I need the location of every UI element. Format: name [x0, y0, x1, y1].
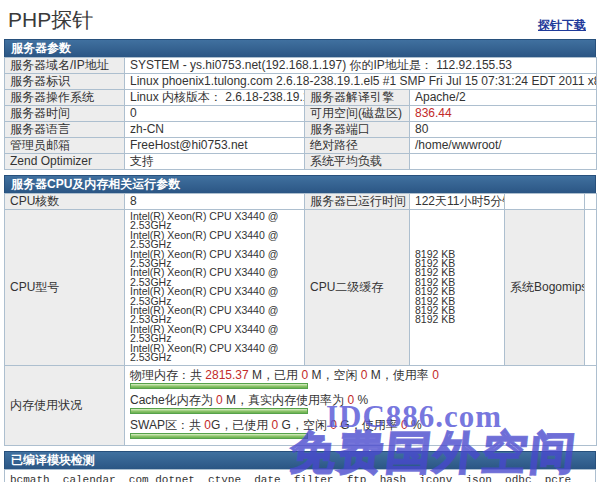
server-engine-value: Apache/2	[410, 90, 597, 106]
server-lang-value: zh-CN	[125, 122, 305, 138]
table-row: 管理员邮箱 FreeHost@hi0753.net 绝对路径 /home/www…	[5, 138, 597, 154]
page-title: PHP探针	[8, 6, 93, 34]
table-row: Zend Optimizer 支持 系统平均负载	[5, 154, 597, 170]
cpu-cores-label: CPU核数	[5, 194, 125, 210]
table-row: CPU核数 8 服务器已运行时间 122天11小时5分钟	[5, 194, 597, 210]
swap-line: SWAP区：共 0G，已使用 0 G，空闲 0 G，使用率 0 %	[130, 418, 591, 432]
server-zend-value: 支持	[125, 154, 305, 170]
physical-memory-bar	[130, 383, 308, 389]
compiled-modules-list: bcmath calendar com_dotnet ctype date fi…	[4, 469, 596, 482]
table-row: 内存使用状况 物理内存：共 2815.37 M，已用 0 M，空闲 0 M，使用…	[5, 365, 597, 445]
table-row: 服务器时间 0 可用空间(磁盘区) 836.44	[5, 106, 597, 122]
server-os-label: 服务器操作系统	[5, 90, 125, 106]
section-header-server-params: 服务器参数	[4, 39, 596, 57]
server-zend-label: Zend Optimizer	[5, 154, 125, 170]
server-mail-value: FreeHost@hi0753.net	[125, 138, 305, 154]
top-bar: PHP探针 探针下载	[4, 3, 596, 39]
server-disk-value: 836.44	[410, 106, 597, 122]
server-ident-value: Linux phoenix1.tulong.com 2.6.18-238.19.…	[125, 74, 597, 90]
page: PHP探针 探针下载 服务器参数 服务器域名/IP地址 SYSTEM - ys.…	[0, 0, 600, 482]
server-time-label: 服务器时间	[5, 106, 125, 122]
server-params-table: 服务器域名/IP地址 SYSTEM - ys.hi0753.net(192.16…	[4, 57, 597, 170]
table-row: 服务器语言 zh-CN 服务器端口 80	[5, 122, 597, 138]
server-os-value: Linux 内核版本： 2.6.18-238.19.1.el5	[125, 90, 305, 106]
empty-cell	[585, 194, 597, 210]
server-port-value: 80	[410, 122, 597, 138]
cache-memory-bar	[130, 408, 308, 414]
server-domain-value: SYSTEM - ys.hi0753.net(192.168.1.197) 你的…	[125, 58, 597, 74]
table-row: 服务器域名/IP地址 SYSTEM - ys.hi0753.net(192.16…	[5, 58, 597, 74]
cpu-cache-label: CPU二级缓存	[305, 210, 410, 366]
server-load-value	[410, 154, 597, 170]
table-row: CPU型号 Intel(R) Xeon(R) CPU X3440 @ 2.53G…	[5, 210, 597, 366]
server-path-label: 绝对路径	[305, 138, 410, 154]
server-mail-label: 管理员邮箱	[5, 138, 125, 154]
server-domain-label: 服务器域名/IP地址	[5, 58, 125, 74]
bogomips-value	[585, 210, 597, 366]
server-ident-label: 服务器标识	[5, 74, 125, 90]
swap-bar	[130, 433, 308, 439]
empty-cell	[505, 194, 585, 210]
server-load-label: 系统平均负载	[305, 154, 410, 170]
cpu-cores-value: 8	[125, 194, 305, 210]
table-row: 服务器标识 Linux phoenix1.tulong.com 2.6.18-2…	[5, 74, 597, 90]
bogomips-label: 系统Bogomips	[505, 210, 585, 366]
section-header-modules: 已编译模块检测	[4, 451, 596, 469]
server-path-value: /home/wwwroot/	[410, 138, 597, 154]
section-header-cpu-memory: 服务器CPU及内存相关运行参数	[4, 175, 596, 193]
server-port-label: 服务器端口	[305, 122, 410, 138]
memory-usage-label: 内存使用状况	[5, 365, 125, 445]
server-engine-label: 服务器解译引擎	[305, 90, 410, 106]
server-lang-label: 服务器语言	[5, 122, 125, 138]
physical-memory-line: 物理内存：共 2815.37 M，已用 0 M，空闲 0 M，使用率 0	[130, 368, 591, 382]
cache-memory-line: Cache化内存为 0 M，真实内存使用率为 0 %	[130, 393, 591, 407]
probe-download-link[interactable]: 探针下载	[538, 17, 586, 34]
server-disk-label: 可用空间(磁盘区)	[305, 106, 410, 122]
uptime-value: 122天11小时5分钟	[410, 194, 505, 210]
cpu-cache-list: 8192 KB 8192 KB 8192 KB 8192 KB 8192 KB …	[415, 250, 499, 325]
cpu-memory-table: CPU核数 8 服务器已运行时间 122天11小时5分钟 CPU型号 Intel…	[4, 193, 597, 446]
table-row: 服务器操作系统 Linux 内核版本： 2.6.18-238.19.1.el5 …	[5, 90, 597, 106]
memory-usage-cell: 物理内存：共 2815.37 M，已用 0 M，空闲 0 M，使用率 0 Cac…	[125, 365, 597, 445]
cpu-model-list: Intel(R) Xeon(R) CPU X3440 @ 2.53GHz Int…	[130, 212, 299, 363]
uptime-label: 服务器已运行时间	[305, 194, 410, 210]
cpu-model-label: CPU型号	[5, 210, 125, 366]
server-time-value: 0	[125, 106, 305, 122]
